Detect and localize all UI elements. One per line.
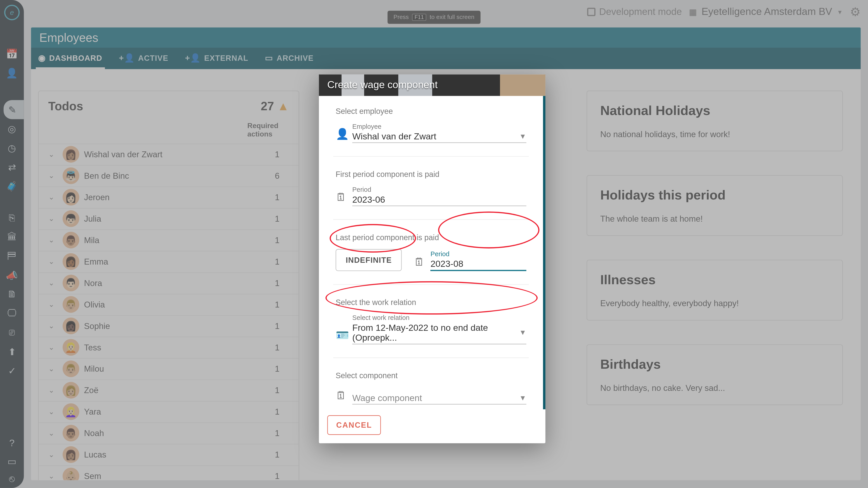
badge-icon: 🪪 (336, 329, 346, 345)
field-label: Period (431, 250, 526, 258)
section-title: First period component is paid (336, 170, 526, 179)
modal-title: Create wage component (327, 79, 438, 91)
cancel-button[interactable]: CANCEL (327, 415, 381, 435)
work-relation-select[interactable]: 🪪 Select work relation From 12-May-2022 … (336, 314, 526, 344)
first-period-input[interactable]: 🗓 Period 2023-06 (336, 186, 526, 206)
component-section: Select component 🗓 Wage component▼ (336, 371, 526, 404)
calendar-icon: 🗓 (336, 390, 346, 404)
work-relation-section: Select the work relation 🪪 Select work r… (336, 298, 526, 345)
caret-down-icon: ▼ (519, 328, 526, 337)
select-employee-section: Select employee 👤 Employee Wishal van de… (336, 107, 526, 143)
field-label: Period (352, 186, 526, 193)
field-label: Employee (352, 123, 526, 130)
section-title: Last period component is paid (336, 233, 526, 242)
indefinite-button[interactable]: INDEFINITE (336, 249, 402, 271)
person-icon: 👤 (336, 127, 346, 143)
caret-down-icon: ▼ (519, 394, 526, 402)
section-title: Select the work relation (336, 298, 526, 307)
calendar-icon: 🗓 (336, 191, 346, 206)
last-period-input[interactable]: 🗓 Period 2023-08 (414, 250, 526, 271)
field-value: 2023-08 (431, 258, 463, 269)
field-value: 2023-06 (352, 194, 385, 204)
field-label: Select work relation (352, 314, 526, 321)
section-title: Select component (336, 371, 526, 380)
employee-select[interactable]: 👤 Employee Wishal van der Zwart▼ (336, 123, 526, 143)
field-value: Wishal van der Zwart (352, 131, 436, 141)
field-placeholder: Wage component (352, 393, 422, 403)
first-period-section: First period component is paid 🗓 Period … (336, 170, 526, 206)
field-value: From 12-May-2022 to no end date (Oproepk… (352, 322, 519, 343)
caret-down-icon: ▼ (519, 132, 526, 140)
wage-component-select[interactable]: 🗓 Wage component▼ (336, 390, 526, 404)
create-wage-component-modal: Create wage component Select employee 👤 … (319, 74, 546, 443)
calendar-icon: 🗓 (414, 256, 425, 271)
section-title: Select employee (336, 107, 526, 116)
modal-header: Create wage component (319, 74, 546, 96)
last-period-section: Last period component is paid INDEFINITE… (336, 233, 526, 271)
